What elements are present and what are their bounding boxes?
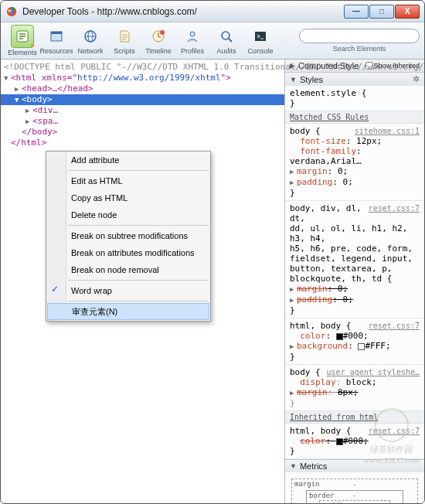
maximize-button[interactable]: □ [369, 5, 394, 19]
svg-line-12 [229, 39, 232, 42]
rule-html-body-colors[interactable]: reset.css:7 html, body { color: #000; ▶b… [285, 318, 424, 365]
svg-point-11 [222, 32, 230, 39]
doctype-node[interactable]: <!DOCTYPE html PUBLIC "-//W3C//DTD XHTML… [4, 62, 281, 73]
ctx-break-removal[interactable]: Break on node removal [46, 261, 210, 278]
svg-rect-4 [51, 32, 62, 34]
tab-profiles[interactable]: Profiles [175, 26, 209, 55]
rule-ua-body[interactable]: user agent styleshe… body { display: blo… [285, 365, 424, 411]
rule-body-sitehome[interactable]: sitehome.css:1 body { font-size: 12px; f… [285, 124, 424, 201]
element-style-rule[interactable]: element.style { } [285, 86, 424, 111]
tab-scripts[interactable]: Scripts [107, 26, 141, 55]
window-titlebar: Developer Tools - http://www.cnblogs.com… [1, 1, 424, 22]
metrics-box: margin - - - - border - - padding - - 64… [285, 472, 424, 504]
search-label: Search Elements [299, 45, 420, 53]
tab-elements[interactable]: ➤ Elements [5, 25, 39, 56]
tab-console[interactable]: Console [243, 26, 277, 55]
tab-network[interactable]: Network [73, 26, 107, 55]
gear-icon[interactable]: ✲ [413, 74, 420, 84]
window-title: Developer Tools - http://www.cnblogs.com… [22, 6, 343, 17]
body-node-selected[interactable]: ▼<body> [1, 94, 284, 105]
head-node[interactable]: ▶<head>…</head> [4, 83, 281, 94]
ctx-edit-html[interactable]: Edit as HTML [46, 172, 210, 189]
svg-point-9 [160, 30, 165, 35]
tab-timeline[interactable]: Timeline [141, 26, 175, 55]
close-button[interactable]: X [395, 5, 420, 19]
ctx-delete-node[interactable]: Delete node [46, 206, 210, 223]
rule-reset-many[interactable]: reset.css:7 body, div, dl, dt, dd, ul, o… [285, 201, 424, 318]
div-node[interactable]: ▶<div… [4, 105, 281, 116]
tab-audits[interactable]: Audits [209, 26, 243, 55]
context-menu: Add attribute Edit as HTML Copy as HTML … [46, 151, 211, 322]
ctx-copy-html[interactable]: Copy as HTML [46, 189, 210, 206]
html-node[interactable]: ▼<html xmlns="http://www.w3.org/1999/xht… [4, 73, 281, 83]
watermark: 绿茶软件园 www.33LC.com [363, 408, 420, 465]
ctx-add-attribute[interactable]: Add attribute [46, 152, 210, 169]
minimize-button[interactable]: — [344, 5, 369, 19]
ctx-break-attributes[interactable]: Break on attributes modifications [46, 244, 210, 261]
dom-tree-panel[interactable]: <!DOCTYPE html PUBLIC "-//W3C//DTD XHTML… [1, 60, 284, 504]
ctx-inspect-element[interactable]: 审查元素(N) [47, 303, 209, 320]
ctx-break-subtree[interactable]: Break on subtree modifications [46, 227, 210, 244]
tab-resources[interactable]: Resources [39, 26, 73, 55]
ctx-word-wrap[interactable]: ✓Word wrap [46, 282, 210, 299]
html-close[interactable]: </html> [4, 138, 281, 148]
devtools-toolbar: ➤ Elements Resources Network Scripts Tim… [1, 22, 424, 60]
span-node[interactable]: ▶<spa… [4, 116, 281, 127]
body-close[interactable]: </body> [4, 127, 281, 138]
matched-rules-header: Matched CSS Rules [285, 111, 424, 124]
svg-point-10 [190, 32, 195, 36]
chrome-icon [5, 5, 18, 18]
styles-header[interactable]: ▼Styles✲ [285, 73, 424, 86]
check-icon: ✓ [51, 284, 59, 295]
search-input[interactable] [299, 29, 420, 43]
